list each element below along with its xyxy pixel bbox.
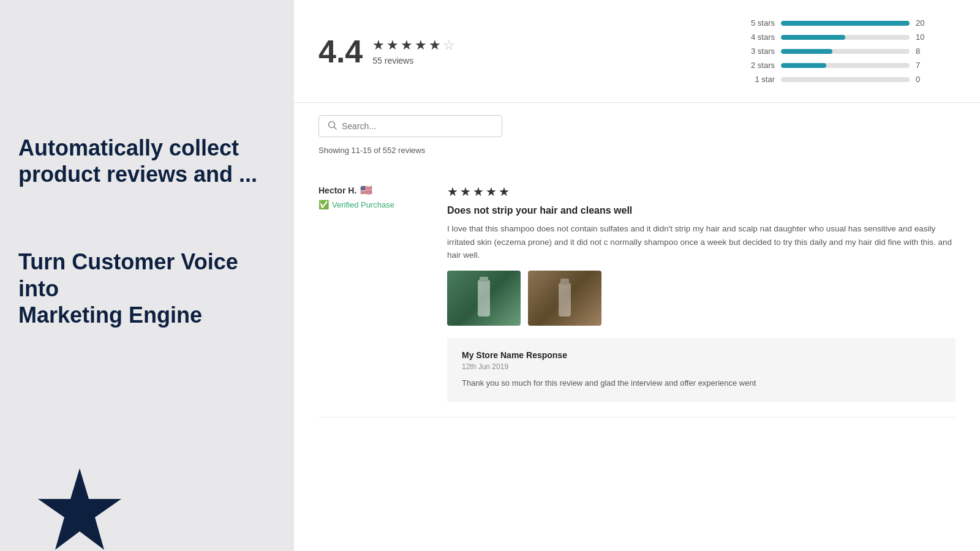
star-6-empty-icon: ☆ [443,37,455,53]
headline-1-line2: product reviews and ... [18,162,257,187]
response-date: 12th Jun 2019 [462,362,941,371]
bar-fill-2 [781,49,832,54]
bar-row-0: 5 stars20 [741,18,956,28]
image-2-placeholder [528,271,601,326]
verified-text: Verified Purchase [332,200,394,209]
rating-summary: 4.4 ★ ★ ★ ★ ★ ☆ 55 reviews 5 stars204 st… [294,0,980,103]
bar-count-3: 7 [916,61,928,70]
review-star-3: ★ [473,184,484,199]
search-box[interactable] [318,115,502,137]
reviews-section: Showing 11-15 of 552 reviews Hector H. 🇺… [294,103,980,430]
check-icon: ✅ [318,200,329,209]
star-3-icon: ★ [401,37,413,53]
store-response: My Store Name Response 12th Jun 2019 Tha… [447,338,956,402]
star-4-icon: ★ [415,37,427,53]
bar-row-4: 1 star0 [741,75,956,84]
review-star-5: ★ [499,184,510,199]
svg-line-2 [334,127,337,130]
bar-track-3 [781,63,910,68]
review-image-1 [447,271,521,326]
review-star-2: ★ [460,184,471,199]
star-1-icon: ★ [372,37,385,53]
review-card: Hector H. 🇺🇸 ✅ Verified Purchase ★ ★ ★ ★… [318,170,956,418]
svg-marker-0 [38,468,121,550]
review-content: ★ ★ ★ ★ ★ Does not strip your hair and c… [447,184,956,402]
left-panel: Automatically collect product reviews an… [0,0,294,551]
svg-rect-6 [560,279,569,285]
bar-fill-3 [781,63,826,68]
bar-count-4: 0 [916,75,928,84]
bar-count-2: 8 [916,47,928,56]
bar-label-1: 4 stars [741,32,775,42]
svg-rect-4 [480,277,488,282]
bar-fill-0 [781,21,910,26]
bar-track-4 [781,77,910,82]
bar-count-1: 10 [916,32,928,42]
bar-row-2: 3 stars8 [741,47,956,56]
bar-chart: 5 stars204 stars103 stars82 stars71 star… [741,18,956,84]
star-5-half-icon: ★ [429,37,441,53]
svg-rect-5 [559,283,571,317]
star-2-icon: ★ [386,37,399,53]
star-decoration [31,465,129,551]
stars-row: ★ ★ ★ ★ ★ ☆ [372,37,455,53]
review-star-4: ★ [486,184,497,199]
bar-track-1 [781,35,910,40]
headline-2-line2: Marketing Engine [18,302,202,328]
bar-track-0 [781,21,910,26]
search-input[interactable] [342,121,493,131]
bar-row-1: 4 stars10 [741,32,956,42]
search-icon [328,121,337,132]
bar-count-0: 20 [916,18,928,28]
showing-text: Showing 11-15 of 552 reviews [318,146,956,155]
bar-label-2: 3 stars [741,47,775,56]
score-number: 4.4 [318,33,363,70]
overall-score: 4.4 ★ ★ ★ ★ ★ ☆ 55 reviews [318,33,455,70]
review-star-1: ★ [447,184,458,199]
review-stars: ★ ★ ★ ★ ★ [447,184,956,199]
review-images [447,271,956,326]
bar-label-4: 1 star [741,75,775,84]
reviewer-name: Hector H. 🇺🇸 [318,184,429,196]
store-name: My Store Name Response [462,350,941,360]
verified-badge: ✅ Verified Purchase [318,200,429,209]
review-count: 55 reviews [372,56,455,66]
bar-fill-1 [781,35,845,40]
bar-label-0: 5 stars [741,18,775,28]
headline-1-line1: Automatically collect [18,135,239,160]
headline-2-line1: Turn Customer Voice into [18,249,238,301]
review-body: I love that this shampoo does not contai… [447,222,956,262]
reviewer-name-text: Hector H. [318,186,356,195]
headline-2: Turn Customer Voice into Marketing Engin… [18,249,276,328]
flag-icon: 🇺🇸 [360,184,372,196]
bar-track-2 [781,49,910,54]
bar-row-3: 2 stars7 [741,61,956,70]
headline-1: Automatically collect product reviews an… [18,135,276,187]
response-text: Thank you so much for this review and gl… [462,377,941,390]
review-title: Does not strip your hair and cleans well [447,205,956,216]
image-1-placeholder [447,271,521,326]
review-image-2 [528,271,601,326]
svg-rect-3 [478,280,490,317]
score-details: ★ ★ ★ ★ ★ ☆ 55 reviews [372,37,455,66]
reviewer-info: Hector H. 🇺🇸 ✅ Verified Purchase [318,184,429,402]
bar-label-3: 2 stars [741,61,775,70]
right-panel: 4.4 ★ ★ ★ ★ ★ ☆ 55 reviews 5 stars204 st… [294,0,980,551]
